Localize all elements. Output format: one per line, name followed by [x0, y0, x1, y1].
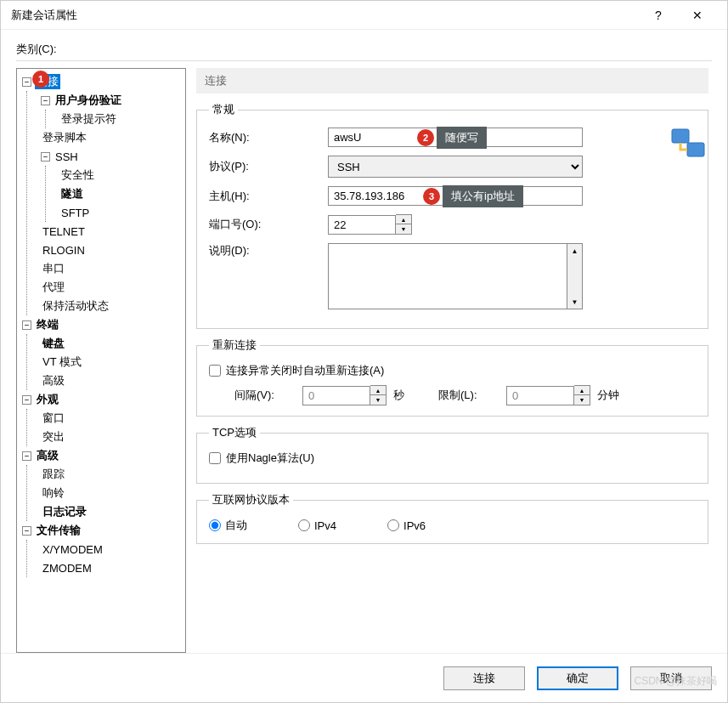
ok-button[interactable]: 确定 [537, 666, 618, 690]
tree-item-file-transfer[interactable]: − 文件传输 [19, 521, 183, 540]
tree-item-keepalive[interactable]: 保持活动状态 [37, 297, 183, 315]
textarea-scrollbar[interactable]: ▲ ▼ [567, 243, 583, 309]
tree-item-tunnel[interactable]: 隧道 [56, 184, 183, 203]
interval-unit: 秒 [393, 388, 404, 403]
collapse-icon[interactable]: − [22, 451, 31, 461]
tree-item-adv-term[interactable]: 高级 [37, 371, 183, 390]
limit-spinner: ▲ ▼ [574, 385, 590, 405]
ip-legend: 互联网协议版本 [209, 492, 293, 507]
ip-auto-radio[interactable]: 自动 [209, 518, 247, 533]
button-bar: 连接 确定 取消 [1, 653, 727, 702]
interval-spinner: ▲ ▼ [370, 385, 387, 405]
tree-item-window[interactable]: 窗口 [37, 409, 183, 428]
collapse-icon[interactable]: − [41, 96, 50, 105]
ip-group: 互联网协议版本 自动 IPv4 IPv6 [196, 492, 708, 544]
svg-rect-0 [672, 129, 689, 143]
tree-item-terminal[interactable]: − 终端 [19, 315, 183, 334]
desc-label: 说明(D): [209, 243, 328, 258]
connect-button[interactable]: 连接 [443, 666, 525, 690]
port-spinner[interactable]: ▲ ▼ [396, 214, 412, 235]
port-input[interactable] [328, 215, 396, 235]
tcp-legend: TCP选项 [209, 425, 260, 440]
reconnect-group: 重新连接 连接异常关闭时自动重新连接(A) 间隔(V): ▲ ▼ [196, 337, 708, 417]
reconnect-checkbox-label: 连接异常关闭时自动重新连接(A) [226, 363, 384, 378]
limit-label: 限制(L): [438, 388, 506, 403]
tree-item-telnet[interactable]: TELNET [37, 222, 183, 241]
nagle-checkbox[interactable] [209, 452, 221, 464]
tcp-group: TCP选项 使用Nagle算法(U) [196, 425, 708, 484]
limit-unit: 分钟 [597, 388, 619, 403]
general-group: 常规 名称(N): 2 随便写 [196, 102, 708, 329]
scroll-down-icon[interactable]: ▼ [567, 295, 582, 309]
collapse-icon[interactable]: − [41, 152, 50, 162]
tree-item-trace[interactable]: 跟踪 [37, 465, 183, 484]
collapse-icon[interactable]: − [22, 77, 31, 87]
tree-item-auth[interactable]: − 用户身份验证 [37, 91, 183, 110]
tree-item-bell[interactable]: 响铃 [37, 484, 183, 502]
tip-3: 填公有ip地址 [443, 185, 523, 207]
tree-item-keyboard[interactable]: 键盘 [37, 334, 183, 353]
protocol-select[interactable]: SSH [328, 156, 583, 178]
collapse-icon[interactable]: − [22, 395, 31, 405]
tip-2: 随便写 [437, 127, 487, 149]
reconnect-checkbox[interactable] [209, 365, 221, 377]
connection-icon [670, 128, 708, 160]
category-tree[interactable]: 1 − 连接 − 用户身份验证 登录提示符 登录脚本 − [16, 68, 186, 653]
collapse-icon[interactable]: − [22, 526, 31, 536]
content-area: 类别(C): 1 − 连接 − 用户身份验证 登录提示符 登录脚本 [1, 30, 727, 653]
general-legend: 常规 [209, 102, 238, 117]
tree-item-proxy[interactable]: 代理 [37, 278, 183, 297]
dialog-window: 新建会话属性 ? ✕ 类别(C): 1 − 连接 − 用户身份验证 登录 [0, 0, 728, 703]
tree-item-login-prompt[interactable]: 登录提示符 [56, 110, 183, 128]
protocol-label: 协议(P): [209, 159, 328, 174]
badge-2: 2 [417, 129, 434, 146]
category-label: 类别(C): [16, 42, 712, 57]
tree-item-logging[interactable]: 日志记录 [37, 502, 183, 521]
scroll-up-icon[interactable]: ▲ [567, 244, 582, 258]
tree-item-rlogin[interactable]: RLOGIN [37, 241, 183, 259]
badge-3: 3 [423, 188, 440, 205]
close-button[interactable]: ✕ [678, 3, 717, 28]
tree-item-serial[interactable]: 串口 [37, 259, 183, 278]
tree-item-ssh[interactable]: − SSH [37, 147, 183, 166]
interval-input [302, 386, 370, 405]
badge-1: 1 [32, 71, 49, 88]
spin-down-icon[interactable]: ▼ [396, 224, 411, 234]
tree-item-security[interactable]: 安全性 [56, 166, 183, 184]
tree-item-zmodem[interactable]: ZMODEM [37, 558, 183, 577]
tree-item-sftp[interactable]: SFTP [56, 203, 183, 222]
host-label: 主机(H): [209, 189, 328, 204]
spin-up-icon[interactable]: ▲ [396, 215, 411, 224]
spin-down-icon: ▼ [574, 395, 590, 405]
spin-up-icon: ▲ [574, 386, 590, 395]
panel-header: 连接 [196, 68, 708, 94]
nagle-label: 使用Nagle算法(U) [226, 451, 314, 466]
settings-panel: 连接 常规 名称(N): 2 随便写 [196, 68, 712, 653]
tree-item-login-script[interactable]: 登录脚本 [37, 128, 183, 147]
help-button[interactable]: ? [639, 3, 678, 28]
port-label: 端口号(O): [209, 217, 328, 232]
reconnect-legend: 重新连接 [209, 337, 260, 353]
limit-input [506, 386, 574, 405]
window-title: 新建会话属性 [11, 8, 639, 23]
tree-item-highlight[interactable]: 突出 [37, 428, 183, 446]
ip-v4-radio[interactable]: IPv4 [298, 519, 336, 532]
desc-textarea[interactable] [328, 243, 567, 309]
name-label: 名称(N): [209, 130, 328, 145]
tree-item-advanced[interactable]: − 高级 [19, 446, 183, 465]
ip-v6-radio[interactable]: IPv6 [387, 519, 426, 532]
spin-up-icon: ▲ [370, 386, 386, 395]
spin-down-icon: ▼ [370, 395, 386, 405]
tree-item-vt[interactable]: VT 模式 [37, 353, 183, 371]
main-area: 1 − 连接 − 用户身份验证 登录提示符 登录脚本 − [16, 60, 712, 653]
tree-item-xymodem[interactable]: X/YMODEM [37, 540, 183, 558]
cancel-button[interactable]: 取消 [630, 666, 712, 690]
svg-rect-1 [687, 143, 704, 156]
interval-label: 间隔(V): [234, 388, 302, 403]
title-bar: 新建会话属性 ? ✕ [1, 1, 727, 30]
tree-item-appearance[interactable]: − 外观 [19, 390, 183, 409]
collapse-icon[interactable]: − [22, 320, 31, 330]
